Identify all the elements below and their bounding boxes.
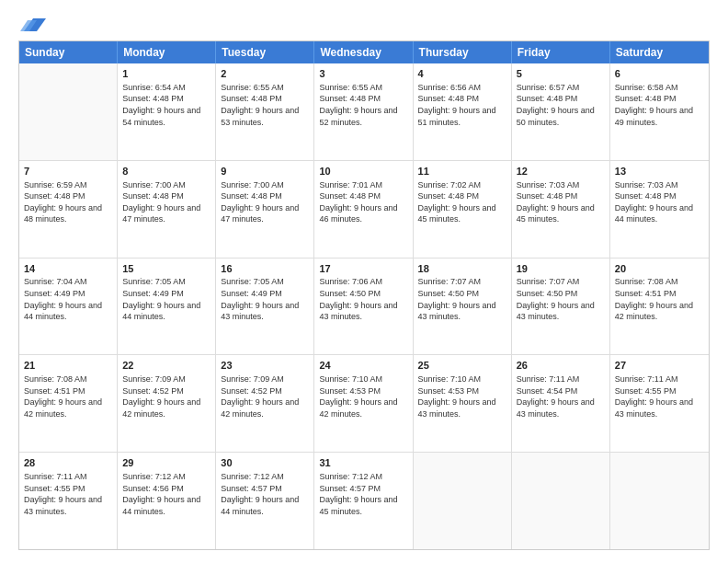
- sun-info: Sunrise: 7:12 AMSunset: 4:57 PMDaylight:…: [319, 471, 407, 517]
- calendar-cell: 8Sunrise: 7:00 AMSunset: 4:48 PMDaylight…: [118, 161, 216, 258]
- calendar-cell: [512, 453, 610, 549]
- calendar-cell: 25Sunrise: 7:10 AMSunset: 4:53 PMDayligh…: [414, 355, 512, 452]
- calendar-cell: 24Sunrise: 7:10 AMSunset: 4:53 PMDayligh…: [314, 355, 413, 452]
- calendar: SundayMondayTuesdayWednesdayThursdayFrid…: [18, 40, 710, 550]
- day-number: 23: [221, 359, 309, 373]
- sun-info: Sunrise: 6:54 AMSunset: 4:48 PMDaylight:…: [122, 82, 210, 128]
- calendar-cell: 7Sunrise: 6:59 AMSunset: 4:48 PMDaylight…: [19, 161, 118, 258]
- sun-info: Sunrise: 7:12 AMSunset: 4:56 PMDaylight:…: [122, 471, 210, 517]
- day-number: 19: [517, 262, 605, 276]
- calendar-cell: 5Sunrise: 6:57 AMSunset: 4:48 PMDaylight…: [512, 63, 610, 160]
- sun-info: Sunrise: 7:11 AMSunset: 4:55 PMDaylight:…: [615, 373, 704, 419]
- sun-info: Sunrise: 7:02 AMSunset: 4:48 PMDaylight:…: [418, 179, 506, 225]
- day-number: 18: [418, 262, 506, 276]
- sun-info: Sunrise: 6:56 AMSunset: 4:48 PMDaylight:…: [418, 82, 506, 128]
- sun-info: Sunrise: 7:10 AMSunset: 4:53 PMDaylight:…: [418, 373, 506, 419]
- calendar-cell: 20Sunrise: 7:08 AMSunset: 4:51 PMDayligh…: [610, 259, 709, 355]
- sun-info: Sunrise: 7:05 AMSunset: 4:49 PMDaylight:…: [122, 276, 210, 322]
- sun-info: Sunrise: 7:09 AMSunset: 4:52 PMDaylight:…: [122, 373, 210, 419]
- sun-info: Sunrise: 7:08 AMSunset: 4:51 PMDaylight:…: [24, 373, 112, 419]
- day-number: 11: [418, 165, 506, 178]
- calendar-cell: 11Sunrise: 7:02 AMSunset: 4:48 PMDayligh…: [414, 161, 512, 258]
- sun-info: Sunrise: 6:58 AMSunset: 4:48 PMDaylight:…: [615, 82, 704, 128]
- header-day-thursday: Thursday: [414, 41, 512, 63]
- calendar-row-2: 14Sunrise: 7:04 AMSunset: 4:49 PMDayligh…: [19, 258, 709, 355]
- calendar-cell: [414, 453, 512, 549]
- header-day-friday: Friday: [512, 41, 610, 63]
- day-number: 27: [615, 359, 704, 373]
- day-number: 22: [122, 359, 210, 373]
- calendar-row-4: 28Sunrise: 7:11 AMSunset: 4:55 PMDayligh…: [19, 452, 709, 549]
- day-number: 12: [517, 165, 605, 178]
- sun-info: Sunrise: 6:57 AMSunset: 4:48 PMDaylight:…: [517, 82, 605, 128]
- calendar-cell: 21Sunrise: 7:08 AMSunset: 4:51 PMDayligh…: [19, 355, 118, 452]
- day-number: 3: [319, 67, 407, 81]
- calendar-cell: 6Sunrise: 6:58 AMSunset: 4:48 PMDaylight…: [610, 63, 709, 160]
- calendar-cell: 3Sunrise: 6:55 AMSunset: 4:48 PMDaylight…: [314, 63, 413, 160]
- day-number: 8: [122, 165, 210, 178]
- calendar-cell: [19, 63, 118, 160]
- day-number: 14: [24, 262, 112, 276]
- sun-info: Sunrise: 7:00 AMSunset: 4:48 PMDaylight:…: [221, 179, 309, 225]
- day-number: 10: [319, 165, 407, 178]
- calendar-cell: 13Sunrise: 7:03 AMSunset: 4:48 PMDayligh…: [610, 161, 709, 258]
- calendar-cell: 22Sunrise: 7:09 AMSunset: 4:52 PMDayligh…: [118, 355, 216, 452]
- calendar-cell: 19Sunrise: 7:07 AMSunset: 4:50 PMDayligh…: [512, 259, 610, 355]
- calendar-cell: 15Sunrise: 7:05 AMSunset: 4:49 PMDayligh…: [118, 259, 216, 355]
- header-day-monday: Monday: [118, 41, 216, 63]
- sun-info: Sunrise: 7:08 AMSunset: 4:51 PMDaylight:…: [615, 276, 704, 322]
- sun-info: Sunrise: 7:04 AMSunset: 4:49 PMDaylight:…: [24, 276, 112, 322]
- day-number: 21: [24, 359, 112, 373]
- day-number: 6: [615, 67, 704, 81]
- day-number: 24: [319, 359, 407, 373]
- day-number: 30: [221, 456, 309, 470]
- calendar-cell: 9Sunrise: 7:00 AMSunset: 4:48 PMDaylight…: [216, 161, 314, 258]
- sun-info: Sunrise: 6:55 AMSunset: 4:48 PMDaylight:…: [319, 82, 407, 128]
- sun-info: Sunrise: 7:11 AMSunset: 4:55 PMDaylight:…: [24, 471, 112, 517]
- day-number: 7: [24, 165, 112, 178]
- day-number: 13: [615, 165, 704, 178]
- calendar-cell: 2Sunrise: 6:55 AMSunset: 4:48 PMDaylight…: [216, 63, 314, 160]
- calendar-cell: 14Sunrise: 7:04 AMSunset: 4:49 PMDayligh…: [19, 259, 118, 355]
- sun-info: Sunrise: 7:07 AMSunset: 4:50 PMDaylight:…: [418, 276, 506, 322]
- calendar-cell: 16Sunrise: 7:05 AMSunset: 4:49 PMDayligh…: [216, 259, 314, 355]
- calendar-row-1: 7Sunrise: 6:59 AMSunset: 4:48 PMDaylight…: [19, 160, 709, 258]
- header-day-saturday: Saturday: [610, 41, 709, 63]
- calendar-cell: 1Sunrise: 6:54 AMSunset: 4:48 PMDaylight…: [118, 63, 216, 160]
- day-number: 25: [418, 359, 506, 373]
- page: SundayMondayTuesdayWednesdayThursdayFrid…: [0, 0, 728, 563]
- day-number: 20: [615, 262, 704, 276]
- sun-info: Sunrise: 7:01 AMSunset: 4:48 PMDaylight:…: [319, 179, 407, 225]
- calendar-cell: 31Sunrise: 7:12 AMSunset: 4:57 PMDayligh…: [314, 453, 413, 549]
- day-number: 9: [221, 165, 309, 178]
- day-number: 28: [24, 456, 112, 470]
- day-number: 1: [122, 67, 210, 81]
- header-day-sunday: Sunday: [19, 41, 118, 63]
- day-number: 26: [517, 359, 605, 373]
- day-number: 4: [418, 67, 506, 81]
- header-day-wednesday: Wednesday: [314, 41, 413, 63]
- calendar-cell: 23Sunrise: 7:09 AMSunset: 4:52 PMDayligh…: [216, 355, 314, 452]
- calendar-cell: 10Sunrise: 7:01 AMSunset: 4:48 PMDayligh…: [314, 161, 413, 258]
- sun-info: Sunrise: 7:07 AMSunset: 4:50 PMDaylight:…: [517, 276, 605, 322]
- logo-icon: [20, 15, 46, 33]
- sun-info: Sunrise: 7:11 AMSunset: 4:54 PMDaylight:…: [517, 373, 605, 419]
- calendar-header: SundayMondayTuesdayWednesdayThursdayFrid…: [19, 41, 709, 63]
- sun-info: Sunrise: 6:59 AMSunset: 4:48 PMDaylight:…: [24, 179, 112, 225]
- day-number: 2: [221, 67, 309, 81]
- day-number: 5: [517, 67, 605, 81]
- sun-info: Sunrise: 7:06 AMSunset: 4:50 PMDaylight:…: [319, 276, 407, 322]
- sun-info: Sunrise: 7:10 AMSunset: 4:53 PMDaylight:…: [319, 373, 407, 419]
- header-day-tuesday: Tuesday: [216, 41, 314, 63]
- sun-info: Sunrise: 7:09 AMSunset: 4:52 PMDaylight:…: [221, 373, 309, 419]
- sun-info: Sunrise: 7:00 AMSunset: 4:48 PMDaylight:…: [122, 179, 210, 225]
- day-number: 17: [319, 262, 407, 276]
- calendar-cell: 17Sunrise: 7:06 AMSunset: 4:50 PMDayligh…: [314, 259, 413, 355]
- day-number: 15: [122, 262, 210, 276]
- calendar-body: 1Sunrise: 6:54 AMSunset: 4:48 PMDaylight…: [19, 63, 709, 549]
- sun-info: Sunrise: 7:05 AMSunset: 4:49 PMDaylight:…: [221, 276, 309, 322]
- day-number: 29: [122, 456, 210, 470]
- calendar-row-0: 1Sunrise: 6:54 AMSunset: 4:48 PMDaylight…: [19, 63, 709, 160]
- calendar-cell: 26Sunrise: 7:11 AMSunset: 4:54 PMDayligh…: [512, 355, 610, 452]
- sun-info: Sunrise: 7:12 AMSunset: 4:57 PMDaylight:…: [221, 471, 309, 517]
